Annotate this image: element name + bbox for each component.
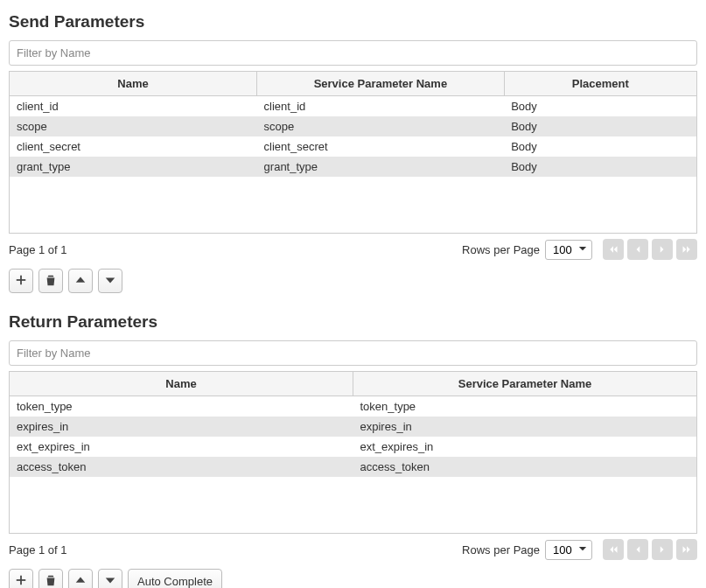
plus-icon: [15, 574, 27, 589]
table-row[interactable]: client_secretclient_secretBody: [10, 136, 696, 157]
cell-name: client_id: [10, 96, 257, 117]
trash-icon: [45, 274, 57, 289]
cell-sp: scope: [257, 116, 505, 136]
cell-sp: grant_type: [257, 157, 505, 177]
cell-name: ext_expires_in: [10, 437, 353, 457]
trash-icon: [45, 574, 57, 589]
table-row[interactable]: client_idclient_idBody: [10, 96, 696, 117]
send-add-button[interactable]: [9, 269, 33, 293]
cell-sp: access_token: [353, 457, 697, 477]
cell-name: token_type: [10, 396, 353, 417]
return-prev-page-button[interactable]: [627, 539, 648, 560]
send-col-sp[interactable]: Service Parameter Name: [257, 72, 505, 96]
table-row[interactable]: grant_typegrant_typeBody: [10, 157, 696, 177]
send-rpp-select[interactable]: 100: [545, 240, 592, 260]
return-toolbar: Auto Complete: [9, 569, 697, 588]
return-footer: Page 1 of 1 Rows per Page 100: [9, 539, 697, 560]
chevron-up-icon: [74, 274, 87, 289]
return-next-page-button[interactable]: [652, 539, 673, 560]
send-filter-input[interactable]: [9, 40, 697, 66]
return-col-sp[interactable]: Service Parameter Name: [353, 372, 697, 396]
send-title: Send Parameters: [9, 12, 697, 32]
send-last-page-button[interactable]: [676, 239, 697, 260]
chevron-down-icon: [104, 574, 116, 589]
return-header-row: Name Service Parameter Name: [10, 372, 696, 396]
return-page-text: Page 1 of 1: [9, 543, 67, 556]
cell-sp: client_secret: [257, 136, 505, 157]
return-move-down-button[interactable]: [98, 569, 122, 588]
cell-place: Body: [504, 116, 696, 136]
return-add-button[interactable]: [9, 569, 33, 588]
send-pager: Rows per Page 100: [462, 239, 697, 260]
return-pager: Rows per Page 100: [462, 539, 697, 560]
chevron-down-icon: [104, 274, 116, 289]
send-col-place[interactable]: Placement: [504, 72, 696, 96]
chevron-up-icon: [74, 574, 87, 589]
return-table: Name Service Parameter Name token_typeto…: [10, 372, 696, 477]
cell-name: scope: [10, 116, 257, 136]
plus-icon: [15, 274, 27, 289]
return-rpp-label: Rows per Page: [462, 543, 540, 556]
return-first-page-button[interactable]: [603, 539, 624, 560]
return-parameters-section: Return Parameters Name Service Parameter…: [9, 312, 697, 588]
send-toolbar: [9, 269, 697, 293]
table-row[interactable]: scopescopeBody: [10, 116, 696, 136]
send-header-row: Name Service Parameter Name Placement: [10, 72, 696, 96]
table-row[interactable]: ext_expires_inext_expires_in: [10, 437, 696, 457]
cell-name: access_token: [10, 457, 353, 477]
return-delete-button[interactable]: [38, 569, 63, 588]
table-row[interactable]: token_typetoken_type: [10, 396, 696, 417]
send-table-wrap: Name Service Parameter Name Placement cl…: [9, 71, 697, 234]
send-page-text: Page 1 of 1: [9, 243, 67, 256]
send-parameters-section: Send Parameters Name Service Parameter N…: [9, 12, 697, 293]
cell-place: Body: [504, 96, 696, 117]
cell-place: Body: [504, 136, 696, 157]
cell-name: grant_type: [10, 157, 257, 177]
cell-name: expires_in: [10, 416, 353, 437]
table-row[interactable]: expires_inexpires_in: [10, 416, 696, 437]
send-footer: Page 1 of 1 Rows per Page 100: [9, 239, 697, 260]
send-prev-page-button[interactable]: [627, 239, 648, 260]
send-delete-button[interactable]: [38, 269, 63, 293]
send-next-page-button[interactable]: [652, 239, 673, 260]
send-move-up-button[interactable]: [68, 269, 93, 293]
return-col-name[interactable]: Name: [10, 372, 353, 396]
send-first-page-button[interactable]: [603, 239, 624, 260]
cell-sp: client_id: [257, 96, 505, 117]
cell-place: Body: [504, 157, 696, 177]
send-table: Name Service Parameter Name Placement cl…: [10, 72, 696, 177]
return-move-up-button[interactable]: [68, 569, 93, 588]
cell-name: client_secret: [10, 136, 257, 157]
return-last-page-button[interactable]: [676, 539, 697, 560]
cell-sp: ext_expires_in: [353, 437, 697, 457]
send-move-down-button[interactable]: [98, 269, 122, 293]
cell-sp: expires_in: [353, 416, 697, 437]
auto-complete-button[interactable]: Auto Complete: [128, 569, 222, 588]
return-table-wrap: Name Service Parameter Name token_typeto…: [9, 371, 697, 534]
return-filter-input[interactable]: [9, 340, 697, 366]
return-rpp-select[interactable]: 100: [545, 540, 592, 560]
cell-sp: token_type: [353, 396, 697, 417]
send-rpp-label: Rows per Page: [462, 243, 540, 256]
table-row[interactable]: access_tokenaccess_token: [10, 457, 696, 477]
send-col-name[interactable]: Name: [10, 72, 257, 96]
return-title: Return Parameters: [9, 312, 697, 332]
